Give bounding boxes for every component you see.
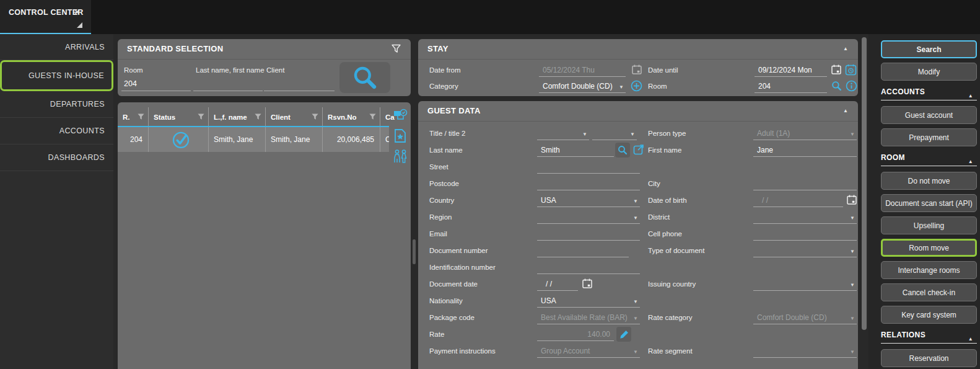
add-category-icon[interactable]: [631, 80, 642, 92]
district-select[interactable]: ▼: [753, 211, 857, 224]
country-select[interactable]: USA▼: [537, 194, 640, 207]
type-of-document-select[interactable]: ▼: [753, 244, 857, 257]
do-not-move-button[interactable]: Do not move: [881, 172, 977, 190]
date-of-birth-input[interactable]: / /: [753, 194, 843, 207]
chevron-down-icon: ▼: [582, 131, 587, 137]
accounts-section-header[interactable]: ACCOUNTS▲: [881, 85, 977, 100]
first-name-input[interactable]: Jane: [753, 144, 857, 157]
field-row-document-date: Document date / / Issuing country ▼: [418, 277, 858, 293]
table-row-selected[interactable]: 204 Smith, Jane Smith, Jane 20,006,485 C: [118, 127, 389, 152]
stay-row-category-room: Category Comfort Double (CD)▼ Room 204: [418, 79, 858, 95]
guest-account-button[interactable]: Guest account: [881, 106, 977, 124]
postcode-input[interactable]: [537, 177, 640, 190]
collapse-stay-icon[interactable]: ▲: [843, 46, 848, 51]
cell-room: 204: [118, 127, 149, 152]
date-until-input[interactable]: 09/12/2024 Mon: [755, 64, 827, 77]
last-name-input[interactable]: Smith: [537, 144, 614, 157]
person-type-select[interactable]: Adult (1A)▼: [753, 127, 857, 140]
chevron-down-icon: ▼: [619, 84, 624, 90]
interchange-rooms-button[interactable]: Interchange rooms: [881, 261, 977, 279]
cell-rsvn-no: 20,006,485: [323, 127, 380, 152]
field-row-name: Last name Smith First name Jane: [418, 143, 858, 159]
nav-item-guests-in-house[interactable]: GUESTS IN-HOUSE: [0, 60, 113, 91]
reservation-button[interactable]: Reservation: [881, 349, 977, 367]
column-filter-icon[interactable]: [198, 113, 204, 120]
key-card-system-button[interactable]: Key card system: [881, 306, 977, 324]
calendar-clock-icon[interactable]: [845, 64, 857, 76]
street-input[interactable]: [537, 161, 640, 174]
document-star-icon[interactable]: [392, 128, 408, 144]
tab-close-icon[interactable]: ✕: [74, 7, 81, 17]
rate-input[interactable]: 140.00: [537, 328, 614, 341]
room-info-icon[interactable]: [846, 80, 857, 92]
open-profile-icon[interactable]: [632, 143, 645, 156]
document-scan-button[interactable]: Document scan start (API): [881, 194, 977, 212]
column-header-client[interactable]: Client: [266, 107, 323, 126]
collapse-guest-data-icon[interactable]: ▲: [843, 108, 848, 113]
field-row-payment-rate-segment: Payment instructions Group Account▼ Rate…: [418, 344, 858, 360]
action-sidebar: Search Modify ACCOUNTS▲ Guest account Pr…: [868, 34, 980, 369]
document-number-input[interactable]: [537, 244, 629, 257]
document-date-input[interactable]: / /: [537, 278, 578, 291]
room-section-header[interactable]: ROOM▲: [881, 151, 977, 166]
prepayment-button[interactable]: Prepayment: [881, 128, 977, 146]
search-button[interactable]: Search: [881, 40, 977, 58]
package-code-select[interactable]: Best Available Rate (BAR)▼: [537, 311, 640, 324]
column-filter-icon[interactable]: [255, 113, 261, 120]
name-filter-input[interactable]: [193, 78, 263, 91]
client-filter-label: Client: [266, 66, 284, 74]
calendar-icon[interactable]: [846, 194, 857, 205]
room-filter-input[interactable]: 204: [121, 78, 191, 91]
accompanying-guests-icon[interactable]: [392, 148, 408, 164]
column-header-room[interactable]: R.: [118, 107, 149, 126]
column-header-rsvn-no[interactable]: Rsvn.No: [323, 107, 380, 126]
room-input[interactable]: 204: [755, 80, 827, 93]
region-select[interactable]: ▼: [537, 211, 640, 224]
title-select[interactable]: ▼: [537, 127, 589, 140]
relations-section-header[interactable]: RELATIONS▲: [881, 328, 977, 343]
issuing-country-select[interactable]: ▼: [753, 278, 857, 291]
identification-number-input[interactable]: [537, 261, 640, 274]
search-button-tile[interactable]: [339, 62, 390, 93]
upselling-button[interactable]: Upselling: [881, 216, 977, 234]
stay-panel: STAY ▲ Date from 05/12/2024 Thu Date unt…: [418, 39, 858, 96]
nav-item-arrivals[interactable]: ARRIVALS: [0, 34, 113, 60]
nav-item-dashboards[interactable]: DASHBOARDS: [0, 144, 113, 171]
guest-data-scrollbar[interactable]: [862, 37, 867, 330]
city-input[interactable]: [753, 177, 857, 190]
left-pane-scrollbar[interactable]: [413, 239, 416, 264]
nav-item-departures[interactable]: DEPARTURES: [0, 91, 113, 118]
room-move-button[interactable]: Room move: [881, 239, 977, 257]
guest-search-icon: [617, 144, 628, 156]
rate-edit-tile[interactable]: [616, 327, 631, 342]
room-search-icon[interactable]: [831, 80, 842, 92]
category-select[interactable]: Comfort Double (CD)▼: [539, 80, 626, 93]
calendar-icon[interactable]: [631, 64, 642, 75]
calendar-icon[interactable]: [831, 64, 842, 75]
email-input[interactable]: [537, 228, 640, 241]
column-filter-icon[interactable]: [312, 113, 318, 120]
title2-select[interactable]: ▼: [592, 127, 637, 140]
payment-instructions-select[interactable]: Group Account▼: [537, 345, 640, 358]
column-header-status[interactable]: Status: [149, 107, 209, 126]
nationality-select[interactable]: USA▼: [537, 295, 640, 308]
client-filter-input[interactable]: [264, 78, 335, 91]
rate-category-select[interactable]: Comfort Double (CD)▼: [753, 311, 857, 324]
column-header-lf-name[interactable]: L.,f. name: [209, 107, 266, 126]
rate-segment-select[interactable]: ▼: [753, 345, 857, 358]
cancel-check-in-button[interactable]: Cancel check-in: [881, 283, 977, 301]
column-filter-icon[interactable]: [138, 113, 144, 120]
last-name-tile[interactable]: [615, 143, 630, 158]
control-center-tab[interactable]: CONTROL CENTER ✕: [0, 0, 91, 33]
standard-selection-panel: STANDARD SELECTION Room Last name, first…: [118, 39, 411, 96]
calendar-icon[interactable]: [582, 278, 593, 289]
column-header-ca[interactable]: Ca: [380, 107, 389, 126]
cell-phone-input[interactable]: [753, 228, 857, 241]
column-filter-icon[interactable]: [369, 113, 376, 120]
date-from-input[interactable]: 05/12/2024 Thu: [539, 64, 626, 77]
date-from-label: Date from: [429, 66, 461, 74]
filter-icon[interactable]: [392, 44, 401, 53]
modify-button[interactable]: Modify: [881, 63, 977, 81]
nav-item-accounts[interactable]: ACCOUNTS: [0, 118, 113, 144]
reservation-status-icon[interactable]: [392, 107, 408, 123]
